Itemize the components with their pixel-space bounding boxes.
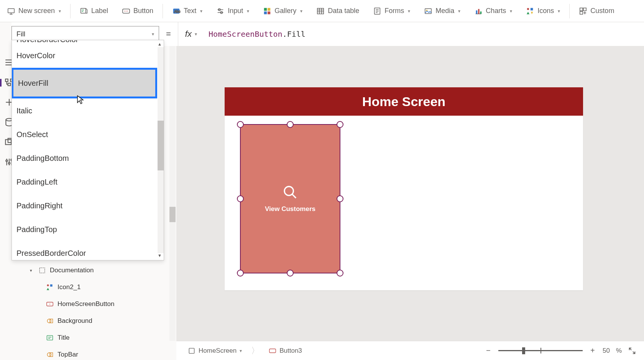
resize-handle-bl[interactable] [237,270,244,277]
ribbon-separator [163,4,163,18]
svg-point-33 [527,8,529,10]
media-button[interactable]: Media ▾ [417,0,467,22]
media-label: Media [435,7,454,15]
property-item-label: HoverColor [16,51,55,60]
svg-rect-35 [580,8,583,10]
property-item-clipped[interactable]: HoverBorderColor [12,40,157,44]
tree-view: ▾ Documentation Icon2_1 HomeScreenButton… [23,262,157,360]
svg-rect-45 [8,83,11,86]
label-button[interactable]: Label [73,0,115,22]
svg-rect-73 [189,348,194,353]
svg-rect-31 [478,9,480,14]
scroll-down-icon[interactable]: ▼ [158,253,163,259]
property-item-paddingtop[interactable]: PaddingTop [12,218,157,241]
expand-icon[interactable] [628,347,636,355]
property-item-paddingright[interactable]: PaddingRight [12,194,157,218]
tree-item-title[interactable]: Title [23,329,157,346]
input-button[interactable]: Input ▾ [209,0,256,22]
tree-item-homescreenbutton[interactable]: HomeScreenButton [23,296,157,313]
property-item-onselect[interactable]: OnSelect [12,123,157,146]
resize-handle-ml[interactable] [237,195,244,202]
tree-item-label: Title [58,334,70,342]
selected-control-label: View Customers [265,205,315,213]
zoom-value: 50 [603,347,610,355]
screen-title: Home Screen [362,94,445,109]
resize-handle-mr[interactable] [337,195,343,202]
dropdown-scrollbar-thumb[interactable] [158,121,164,170]
screen-icon [7,7,15,15]
svg-point-57 [8,162,10,164]
property-item-pressedbordercolor[interactable]: PressedBorderColor [12,241,157,260]
tree-group-label: Documentation [50,267,94,274]
property-item-paddingbottom[interactable]: PaddingBottom [12,146,157,170]
breadcrumb-control-label: Button3 [279,347,302,355]
svg-rect-27 [425,8,432,13]
property-item-label: PaddingLeft [16,178,58,187]
breadcrumb-screen-label: HomeScreen [199,347,237,355]
screen-icon [188,347,196,355]
zoom-out-button[interactable]: − [485,346,492,355]
search-icon [283,185,298,200]
new-screen-button[interactable]: New screen ▾ [0,0,68,22]
property-item-hovercolor[interactable]: HoverColor [12,44,157,67]
icons-label: Icons [537,7,554,15]
chevron-down-icon: ▾ [300,8,302,14]
panel-scrollbar-thumb[interactable] [169,207,176,222]
breadcrumb-control[interactable]: Button3 [265,345,306,356]
panel-scrollbar[interactable] [169,46,176,341]
svg-point-69 [47,353,51,357]
gallery-button[interactable]: Gallery ▾ [256,0,309,22]
chevron-down-icon: ▾ [30,268,34,273]
gallery-icon [263,7,271,15]
text-button[interactable]: Abc Text ▾ [165,0,209,22]
charts-icon [474,7,483,15]
resize-handle-tc[interactable] [287,121,294,128]
zoom-slider-knob[interactable] [522,347,525,354]
tree-group-documentation[interactable]: ▾ Documentation [23,262,157,279]
screen-header: Home Screen [225,87,583,116]
svg-rect-37 [580,11,583,14]
tree-item-icon2-1[interactable]: Icon2_1 [23,279,157,296]
chevron-down-icon: ▾ [510,8,512,14]
label-label: Label [91,7,108,15]
svg-rect-34 [531,8,533,10]
svg-rect-66 [47,335,53,340]
label-icon [80,7,88,15]
resize-handle-tl[interactable] [237,121,244,128]
zoom-slider-tick [540,348,541,353]
tree-item-topbar[interactable]: TopBar [23,346,157,360]
svg-rect-15 [268,8,270,10]
property-item-label: PaddingBottom [16,154,69,163]
resize-handle-bc[interactable] [287,270,294,277]
zoom-in-button[interactable]: + [589,346,596,355]
mouse-cursor-icon [77,95,84,105]
fx-box[interactable]: fx ▾ [178,22,204,46]
scroll-up-icon[interactable]: ▲ [158,42,163,47]
custom-button[interactable]: Custom [572,0,621,22]
zoom-slider[interactable] [498,350,583,351]
resize-handle-tr[interactable] [337,121,343,128]
property-item-hoverfill[interactable]: HoverFill [13,70,155,97]
selected-control[interactable]: View Customers [240,124,340,273]
property-item-paddingleft[interactable]: PaddingLeft [12,170,157,194]
breadcrumb: HomeScreen ▾ 〉 Button3 [184,345,306,357]
button-button[interactable]: Button [115,0,160,22]
chevron-down-icon: ▾ [458,8,460,14]
custom-icon [579,7,587,15]
forms-button[interactable]: Forms ▾ [366,0,417,22]
selected-control-content: View Customers [241,125,340,273]
resize-handle-br[interactable] [337,270,343,277]
charts-button[interactable]: Charts ▾ [467,0,519,22]
icons-button[interactable]: Icons ▾ [519,0,567,22]
svg-rect-32 [480,11,482,13]
ribbon-separator [70,4,71,18]
tree-item-background[interactable]: Background [23,313,157,329]
text-label: Text [184,7,196,15]
formula-input[interactable]: HomeScreenButton.Fill [209,29,306,39]
insert-ribbon: New screen ▾ Label Button Abc Text ▾ Inp… [0,0,644,22]
data-table-button[interactable]: Data table [309,0,366,22]
property-item-italic[interactable]: Italic [12,99,157,123]
svg-point-5 [125,11,125,11]
breadcrumb-screen[interactable]: HomeScreen ▾ [184,345,246,356]
chevron-down-icon: ▾ [59,8,61,14]
